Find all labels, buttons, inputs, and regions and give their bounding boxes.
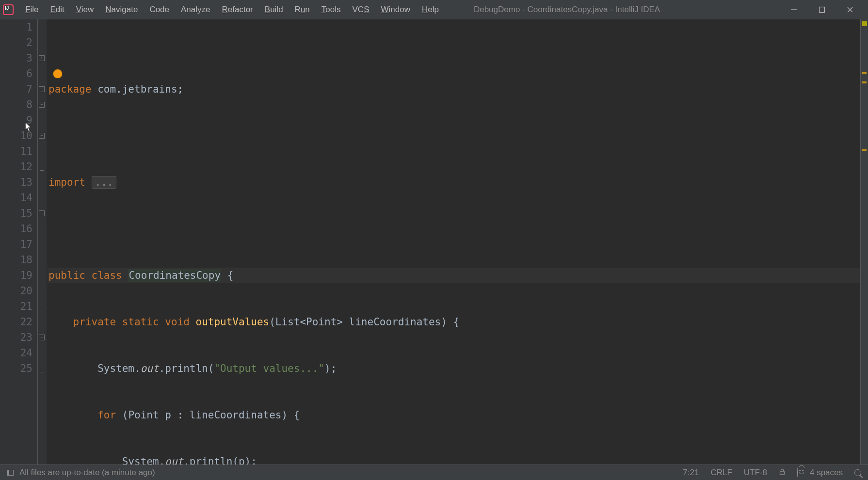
line-number[interactable]: 17 <box>0 237 32 252</box>
line-number[interactable]: 24 <box>0 345 32 361</box>
menu-build[interactable]: Build <box>259 5 289 15</box>
line-number[interactable]: 14 <box>0 190 32 206</box>
error-stripe[interactable] <box>860 19 868 464</box>
line-number[interactable]: 18 <box>0 252 32 268</box>
menu-help[interactable]: Help <box>416 5 445 15</box>
code-line[interactable]: import ... <box>48 175 860 190</box>
code-area[interactable]: package com.jetbrains; import ... public… <box>47 19 860 464</box>
menu-file[interactable]: File <box>19 5 44 15</box>
fold-close-icon[interactable] <box>40 167 44 171</box>
menu-code[interactable]: Code <box>144 5 175 15</box>
menu-window[interactable]: Window <box>375 5 416 15</box>
main-menu: File Edit View Navigate Code Analyze Ref… <box>19 5 445 15</box>
svg-rect-1 <box>820 7 825 13</box>
menu-refactor[interactable]: Refactor <box>216 5 259 15</box>
fold-close-icon[interactable] <box>40 182 44 186</box>
code-line[interactable]: private static void outputValues(List<Po… <box>48 314 860 330</box>
analysis-status-icon[interactable] <box>862 21 867 26</box>
menu-edit[interactable]: Edit <box>44 5 70 15</box>
code-line[interactable] <box>48 128 860 144</box>
line-number[interactable]: 13 <box>0 175 32 190</box>
line-number[interactable]: 16 <box>0 221 32 237</box>
line-number[interactable]: 20 <box>0 283 32 299</box>
fold-gutter[interactable] <box>38 19 47 464</box>
line-number[interactable]: 2 <box>0 35 32 50</box>
line-number[interactable]: 19 <box>0 268 32 283</box>
line-separator[interactable]: CRLF <box>710 468 732 478</box>
line-number[interactable]: 1 <box>0 19 32 35</box>
line-number[interactable]: 9 <box>0 112 32 128</box>
line-number[interactable]: 22 <box>0 314 32 330</box>
fold-toggle-icon[interactable] <box>39 335 45 340</box>
line-number[interactable]: 7 <box>0 81 32 97</box>
fold-toggle-icon[interactable] <box>39 55 45 61</box>
indent-setting[interactable]: 4 spaces <box>810 468 843 478</box>
maximize-button[interactable] <box>808 0 836 19</box>
menu-analyze[interactable]: Analyze <box>175 5 216 15</box>
editor[interactable]: 1 2 3 6 7 8 @ 9 10 11 12 13 14 15 16 17 … <box>0 19 868 464</box>
minimize-button[interactable] <box>780 0 808 19</box>
fold-close-icon[interactable] <box>40 368 44 372</box>
status-bar: All files are up-to-date (a minute ago) … <box>0 464 868 480</box>
code-line[interactable] <box>48 221 860 237</box>
line-number[interactable]: 10 <box>0 128 32 144</box>
file-encoding[interactable]: UTF-8 <box>744 468 767 478</box>
fold-toggle-icon[interactable] <box>39 133 45 139</box>
intention-bulb-icon[interactable] <box>53 69 62 78</box>
menu-tools[interactable]: Tools <box>316 5 347 15</box>
line-number[interactable]: 6 <box>0 66 32 81</box>
code-line[interactable]: for (Point p : lineCoordinates) { <box>48 407 860 423</box>
fold-toggle-icon[interactable] <box>39 210 45 216</box>
code-line[interactable]: System.out.println(p); <box>48 454 860 464</box>
readonly-lock-icon[interactable] <box>779 468 786 478</box>
menu-navigate[interactable]: Navigate <box>99 5 144 15</box>
title-bar: File Edit View Navigate Code Analyze Ref… <box>0 0 868 19</box>
tool-window-toggle-icon[interactable] <box>7 470 14 476</box>
line-number[interactable]: 15 <box>0 206 32 221</box>
warning-marker[interactable] <box>862 72 867 74</box>
inspector-icon[interactable] <box>797 468 798 478</box>
app-icon <box>3 4 14 15</box>
fold-toggle-icon[interactable] <box>39 102 45 108</box>
line-number[interactable]: 11 <box>0 144 32 159</box>
line-number-gutter[interactable]: 1 2 3 6 7 8 @ 9 10 11 12 13 14 15 16 17 … <box>0 19 38 464</box>
line-number[interactable]: 25 <box>0 361 32 376</box>
code-line[interactable]: package com.jetbrains; <box>48 81 860 97</box>
menu-run[interactable]: Run <box>289 5 316 15</box>
close-button[interactable] <box>836 0 864 19</box>
line-number[interactable]: 23 @ <box>0 330 32 345</box>
folded-imports[interactable]: ... <box>92 176 117 189</box>
warning-marker[interactable] <box>862 81 867 83</box>
search-icon[interactable] <box>854 469 861 476</box>
menu-vcs[interactable]: VCS <box>347 5 375 15</box>
caret-position[interactable]: 7:21 <box>683 468 699 478</box>
fold-toggle-icon[interactable] <box>39 86 45 92</box>
fold-close-icon[interactable] <box>40 306 44 310</box>
line-number[interactable]: 3 <box>0 50 32 66</box>
svg-rect-4 <box>780 471 784 475</box>
line-number[interactable]: 21 <box>0 299 32 314</box>
warning-marker[interactable] <box>862 149 867 151</box>
code-line[interactable]: System.out.println("Output values..."); <box>48 361 860 376</box>
window-title: DebugDemo - CoordinatesCopy.java - Intel… <box>474 5 780 15</box>
code-line[interactable]: public class CoordinatesCopy { <box>48 268 860 283</box>
line-number[interactable]: 12 <box>0 159 32 175</box>
status-message: All files are up-to-date (a minute ago) <box>19 468 155 478</box>
menu-view[interactable]: View <box>70 5 100 15</box>
line-number[interactable]: 8 @ <box>0 97 32 112</box>
window-controls <box>780 0 864 19</box>
